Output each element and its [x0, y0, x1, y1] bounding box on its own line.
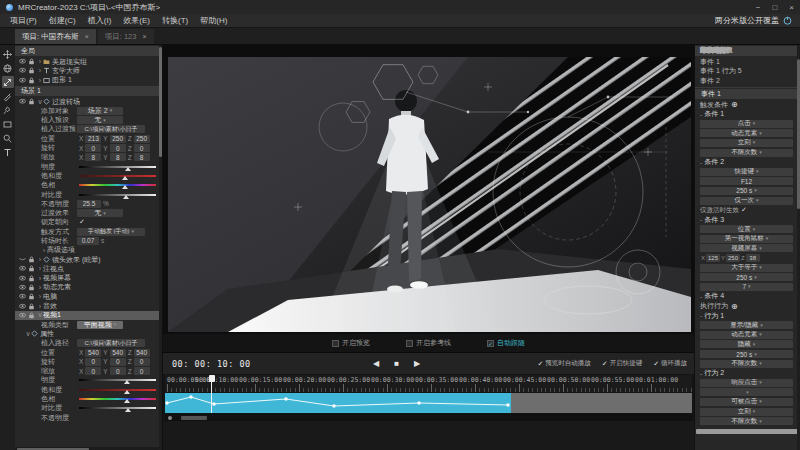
- event-list-item[interactable]: 事件 1: [695, 57, 800, 67]
- rotation-x-input[interactable]: 0: [85, 358, 101, 366]
- duration-input[interactable]: 0.07: [77, 237, 99, 245]
- lock-icon[interactable]: [28, 284, 35, 291]
- eye-icon[interactable]: [19, 303, 26, 310]
- action-state-dropdown[interactable]: 可被点击▾: [700, 398, 793, 406]
- eye-icon[interactable]: [19, 312, 26, 319]
- lock-icon[interactable]: [28, 293, 35, 300]
- checkbox-checked[interactable]: ✓: [741, 206, 747, 214]
- eye-icon[interactable]: [19, 275, 26, 282]
- saturation-slider[interactable]: [79, 175, 156, 177]
- lock-icon[interactable]: [28, 312, 35, 319]
- close-button[interactable]: ×: [789, 3, 794, 12]
- rectangle-tool-icon[interactable]: [2, 118, 14, 130]
- position-x-input[interactable]: 540: [85, 349, 101, 357]
- advanced-options-row[interactable]: › 高级选项: [15, 246, 162, 255]
- judge-duration-dropdown[interactable]: 250 s▾: [700, 273, 793, 281]
- move-tool-icon[interactable]: [2, 48, 14, 60]
- transform-tool-icon[interactable]: [2, 76, 14, 88]
- option-loop-playback[interactable]: ✓循环播放: [653, 359, 687, 368]
- timeline-track[interactable]: [165, 393, 692, 413]
- rotation-z-input[interactable]: 0: [134, 144, 150, 152]
- layer-row-video1-selected[interactable]: ∨ 视频1: [15, 311, 162, 320]
- checkbox-guides[interactable]: ✓ 开启参考线: [406, 338, 451, 348]
- video-type-dropdown[interactable]: 平面视频▾: [77, 321, 123, 329]
- layer-row-sound[interactable]: › 音效: [15, 301, 162, 310]
- tab-project-1[interactable]: 项目: 中国乔布斯 ×: [15, 29, 96, 44]
- position-z-input[interactable]: 540: [134, 349, 150, 357]
- trigger-mode-dropdown[interactable]: 手动触发 (手动)▾: [77, 228, 145, 236]
- path-input[interactable]: C:\项目\素材\小日子: [77, 125, 145, 133]
- eye-icon[interactable]: [19, 284, 26, 291]
- trigger-count-dropdown[interactable]: 不限次数▾: [700, 360, 793, 368]
- scale-y-input[interactable]: 8: [110, 153, 126, 161]
- timeline-ruler[interactable]: 00:00:05:00 00:00:10:00 00:00:15:00 00:0…: [165, 375, 692, 392]
- position-y-input[interactable]: 540: [110, 349, 126, 357]
- menu-help[interactable]: 帮助(H): [194, 15, 233, 26]
- scale-x-input[interactable]: 8: [85, 153, 101, 161]
- event-list-item[interactable]: 事件 1 行为 5: [695, 67, 800, 77]
- condition-title[interactable]: 条件 4: [695, 292, 800, 302]
- lock-icon[interactable]: [28, 58, 35, 65]
- hotkey-input[interactable]: F12: [700, 177, 793, 185]
- hue-slider[interactable]: [79, 398, 156, 400]
- contrast-slider[interactable]: [79, 407, 156, 409]
- action-object-dropdown[interactable]: 动态元素▾: [700, 331, 793, 339]
- lock-icon[interactable]: [28, 98, 35, 105]
- add-action-icon[interactable]: ⊕: [731, 302, 738, 311]
- action-object-dropdown[interactable]: ▾: [700, 388, 793, 396]
- lock-icon[interactable]: [28, 67, 35, 74]
- object1-dropdown[interactable]: 第一视角鼠标▾: [700, 235, 793, 243]
- stop-button[interactable]: ■: [394, 359, 399, 368]
- layer-row-transition[interactable]: ∨ 过渡转场: [15, 97, 162, 106]
- action-title[interactable]: 行为 1: [695, 311, 800, 321]
- minimize-button[interactable]: −: [756, 3, 761, 12]
- range-y-input[interactable]: 250: [726, 254, 740, 262]
- right-panel-hscrollbar[interactable]: [696, 429, 798, 434]
- checkbox-auto-follow[interactable]: ✓ 自动跟随: [487, 338, 525, 348]
- condition-type-dropdown[interactable]: 快捷键▾: [700, 168, 793, 176]
- tab-close-icon[interactable]: ×: [85, 33, 89, 40]
- eye-icon[interactable]: [19, 265, 26, 272]
- scroll-handle[interactable]: [181, 416, 207, 420]
- position-y-input[interactable]: 250: [110, 135, 126, 143]
- text-tool-icon[interactable]: [2, 146, 14, 158]
- click-duration-dropdown[interactable]: 立刻▾: [700, 139, 793, 147]
- saturation-slider[interactable]: [79, 389, 156, 391]
- layer-row-text[interactable]: › 玄学大师: [15, 66, 162, 75]
- layer-row-group[interactable]: › 美超现实组: [15, 57, 162, 66]
- menu-effects[interactable]: 效果(E): [117, 15, 156, 26]
- preset-dropdown[interactable]: 无▾: [77, 116, 123, 124]
- pen-tool-icon[interactable]: [2, 90, 14, 102]
- menu-create[interactable]: 创建(C): [43, 15, 82, 26]
- eye-icon[interactable]: [19, 67, 26, 74]
- maximize-button[interactable]: □: [772, 3, 777, 12]
- rotation-y-input[interactable]: 0: [110, 144, 126, 152]
- layer-row-shape[interactable]: › 图形 1: [15, 76, 162, 85]
- video-preview[interactable]: [168, 57, 691, 332]
- range-x-input[interactable]: 125: [706, 254, 720, 262]
- click-object-dropdown[interactable]: 动态元素▾: [700, 129, 793, 137]
- layer-row-gaze-point[interactable]: › 注视点: [15, 264, 162, 273]
- lock-icon[interactable]: [28, 303, 35, 310]
- condition-title[interactable]: 条件 1: [695, 109, 800, 119]
- lock-icon[interactable]: [28, 256, 35, 263]
- trigger-count-dropdown[interactable]: 不限次数▾: [700, 149, 793, 157]
- publish-button[interactable]: 两分米版公开覆盖: [715, 15, 800, 26]
- eye-icon[interactable]: [19, 58, 26, 65]
- opacity-input[interactable]: 25.5: [77, 200, 101, 208]
- pin-tool-icon[interactable]: [2, 104, 14, 116]
- eye-icon[interactable]: [19, 77, 26, 84]
- playhead[interactable]: [211, 375, 212, 413]
- option-autoplay-on-preview[interactable]: ✓预览时自动播放: [537, 359, 590, 368]
- effect-dropdown[interactable]: 无▾: [77, 209, 123, 217]
- layer-row-camera-effect[interactable]: › 镜头效果 (眩晕): [15, 255, 162, 264]
- scale-x-input[interactable]: 0: [85, 367, 101, 375]
- scale-z-input[interactable]: 0: [134, 367, 150, 375]
- menu-project[interactable]: 项目(P): [4, 15, 43, 26]
- magnifier-tool-icon[interactable]: [2, 132, 14, 144]
- action-type-dropdown[interactable]: 显示/隐藏▾: [700, 321, 793, 329]
- action-type-dropdown[interactable]: 响应点击▾: [700, 379, 793, 387]
- layer-row-dynamic-element[interactable]: › 动态元素: [15, 283, 162, 292]
- rotation-y-input[interactable]: 0: [110, 358, 126, 366]
- action-state-dropdown[interactable]: 隐藏▾: [700, 340, 793, 348]
